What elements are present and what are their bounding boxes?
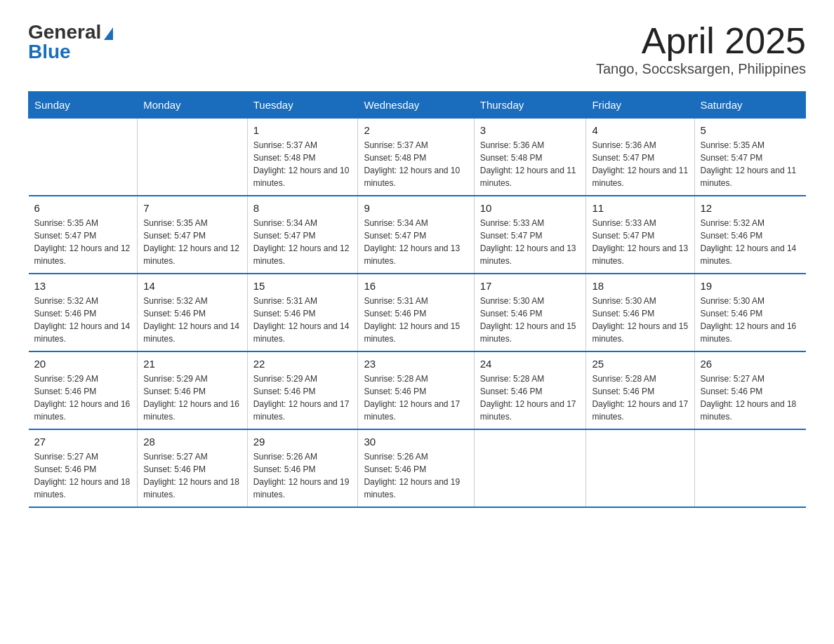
calendar-table: Sunday Monday Tuesday Wednesday Thursday… [28,91,806,508]
title-block: April 2025 Tango, Soccsksargen, Philippi… [596,21,806,77]
day-number: 11 [592,202,688,214]
col-sunday: Sunday [29,92,138,119]
table-row [586,429,694,507]
day-info: Sunrise: 5:30 AMSunset: 5:46 PMDaylight:… [480,295,581,345]
day-info: Sunrise: 5:35 AMSunset: 5:47 PMDaylight:… [701,139,800,189]
day-number: 28 [143,436,241,448]
table-row: 20Sunrise: 5:29 AMSunset: 5:46 PMDayligh… [29,351,138,429]
table-row: 1Sunrise: 5:37 AMSunset: 5:48 PMDaylight… [247,119,358,196]
day-info: Sunrise: 5:32 AMSunset: 5:46 PMDaylight:… [143,295,241,345]
table-row: 16Sunrise: 5:31 AMSunset: 5:46 PMDayligh… [358,274,474,351]
day-number: 8 [253,202,352,214]
table-row: 19Sunrise: 5:30 AMSunset: 5:46 PMDayligh… [694,274,805,351]
day-number: 22 [253,358,352,370]
day-number: 21 [143,358,241,370]
day-number: 1 [253,124,352,136]
table-row: 4Sunrise: 5:36 AMSunset: 5:47 PMDaylight… [586,119,694,196]
day-info: Sunrise: 5:30 AMSunset: 5:46 PMDaylight:… [701,295,800,345]
table-row: 6Sunrise: 5:35 AMSunset: 5:47 PMDaylight… [29,196,138,274]
day-number: 10 [480,202,581,214]
day-info: Sunrise: 5:35 AMSunset: 5:47 PMDaylight:… [34,217,132,267]
day-info: Sunrise: 5:29 AMSunset: 5:46 PMDaylight:… [253,373,352,423]
calendar-header-row: Sunday Monday Tuesday Wednesday Thursday… [29,92,806,119]
col-wednesday: Wednesday [358,92,474,119]
table-row: 11Sunrise: 5:33 AMSunset: 5:47 PMDayligh… [586,196,694,274]
day-number: 5 [701,124,800,136]
table-row: 2Sunrise: 5:37 AMSunset: 5:48 PMDaylight… [358,119,474,196]
col-monday: Monday [138,92,247,119]
day-number: 14 [143,280,241,292]
day-info: Sunrise: 5:37 AMSunset: 5:48 PMDaylight:… [253,139,352,189]
table-row: 28Sunrise: 5:27 AMSunset: 5:46 PMDayligh… [138,429,247,507]
day-number: 16 [364,280,468,292]
day-info: Sunrise: 5:30 AMSunset: 5:46 PMDaylight:… [592,295,688,345]
day-number: 24 [480,358,581,370]
logo-blue: Blue [28,41,71,63]
day-number: 29 [253,436,352,448]
day-info: Sunrise: 5:27 AMSunset: 5:46 PMDaylight:… [34,450,132,501]
table-row: 23Sunrise: 5:28 AMSunset: 5:46 PMDayligh… [358,351,474,429]
table-row: 9Sunrise: 5:34 AMSunset: 5:47 PMDaylight… [358,196,474,274]
page-header: General Blue April 2025 Tango, Soccsksar… [28,21,806,77]
day-number: 13 [34,280,132,292]
table-row: 5Sunrise: 5:35 AMSunset: 5:47 PMDaylight… [694,119,805,196]
table-row: 21Sunrise: 5:29 AMSunset: 5:46 PMDayligh… [138,351,247,429]
calendar-week-row: 6Sunrise: 5:35 AMSunset: 5:47 PMDaylight… [29,196,806,274]
table-row: 29Sunrise: 5:26 AMSunset: 5:46 PMDayligh… [247,429,358,507]
table-row: 27Sunrise: 5:27 AMSunset: 5:46 PMDayligh… [29,429,138,507]
table-row [29,119,138,196]
table-row: 7Sunrise: 5:35 AMSunset: 5:47 PMDaylight… [138,196,247,274]
table-row: 26Sunrise: 5:27 AMSunset: 5:46 PMDayligh… [694,351,805,429]
day-info: Sunrise: 5:26 AMSunset: 5:46 PMDaylight:… [253,450,352,501]
day-info: Sunrise: 5:27 AMSunset: 5:46 PMDaylight:… [143,450,241,501]
table-row [694,429,805,507]
month-title: April 2025 [596,21,806,61]
calendar-week-row: 27Sunrise: 5:27 AMSunset: 5:46 PMDayligh… [29,429,806,507]
table-row: 25Sunrise: 5:28 AMSunset: 5:46 PMDayligh… [586,351,694,429]
col-saturday: Saturday [694,92,805,119]
day-info: Sunrise: 5:29 AMSunset: 5:46 PMDaylight:… [143,373,241,423]
calendar-week-row: 1Sunrise: 5:37 AMSunset: 5:48 PMDaylight… [29,119,806,196]
calendar-week-row: 20Sunrise: 5:29 AMSunset: 5:46 PMDayligh… [29,351,806,429]
day-info: Sunrise: 5:29 AMSunset: 5:46 PMDaylight:… [34,373,132,423]
calendar-week-row: 13Sunrise: 5:32 AMSunset: 5:46 PMDayligh… [29,274,806,351]
day-info: Sunrise: 5:37 AMSunset: 5:48 PMDaylight:… [364,139,468,189]
table-row: 3Sunrise: 5:36 AMSunset: 5:48 PMDaylight… [474,119,586,196]
day-number: 6 [34,202,132,214]
day-info: Sunrise: 5:28 AMSunset: 5:46 PMDaylight:… [480,373,581,423]
day-info: Sunrise: 5:32 AMSunset: 5:46 PMDaylight:… [701,217,800,267]
day-number: 2 [364,124,468,136]
table-row: 30Sunrise: 5:26 AMSunset: 5:46 PMDayligh… [358,429,474,507]
table-row [138,119,247,196]
day-info: Sunrise: 5:36 AMSunset: 5:47 PMDaylight:… [592,139,688,189]
day-number: 7 [143,202,241,214]
day-info: Sunrise: 5:31 AMSunset: 5:46 PMDaylight:… [364,295,468,345]
day-number: 17 [480,280,581,292]
day-number: 18 [592,280,688,292]
day-info: Sunrise: 5:27 AMSunset: 5:46 PMDaylight:… [701,373,800,423]
table-row [474,429,586,507]
day-number: 23 [364,358,468,370]
day-info: Sunrise: 5:26 AMSunset: 5:46 PMDaylight:… [364,450,468,501]
day-number: 20 [34,358,132,370]
day-number: 26 [701,358,800,370]
day-number: 3 [480,124,581,136]
logo: General Blue [28,21,113,63]
table-row: 8Sunrise: 5:34 AMSunset: 5:47 PMDaylight… [247,196,358,274]
day-number: 19 [701,280,800,292]
table-row: 24Sunrise: 5:28 AMSunset: 5:46 PMDayligh… [474,351,586,429]
table-row: 12Sunrise: 5:32 AMSunset: 5:46 PMDayligh… [694,196,805,274]
day-info: Sunrise: 5:33 AMSunset: 5:47 PMDaylight:… [592,217,688,267]
day-info: Sunrise: 5:33 AMSunset: 5:47 PMDaylight:… [480,217,581,267]
day-number: 9 [364,202,468,214]
table-row: 10Sunrise: 5:33 AMSunset: 5:47 PMDayligh… [474,196,586,274]
day-number: 25 [592,358,688,370]
table-row: 13Sunrise: 5:32 AMSunset: 5:46 PMDayligh… [29,274,138,351]
logo-triangle-icon [104,27,113,40]
day-number: 27 [34,436,132,448]
table-row: 17Sunrise: 5:30 AMSunset: 5:46 PMDayligh… [474,274,586,351]
day-info: Sunrise: 5:36 AMSunset: 5:48 PMDaylight:… [480,139,581,189]
day-info: Sunrise: 5:34 AMSunset: 5:47 PMDaylight:… [364,217,468,267]
col-tuesday: Tuesday [247,92,358,119]
col-thursday: Thursday [474,92,586,119]
